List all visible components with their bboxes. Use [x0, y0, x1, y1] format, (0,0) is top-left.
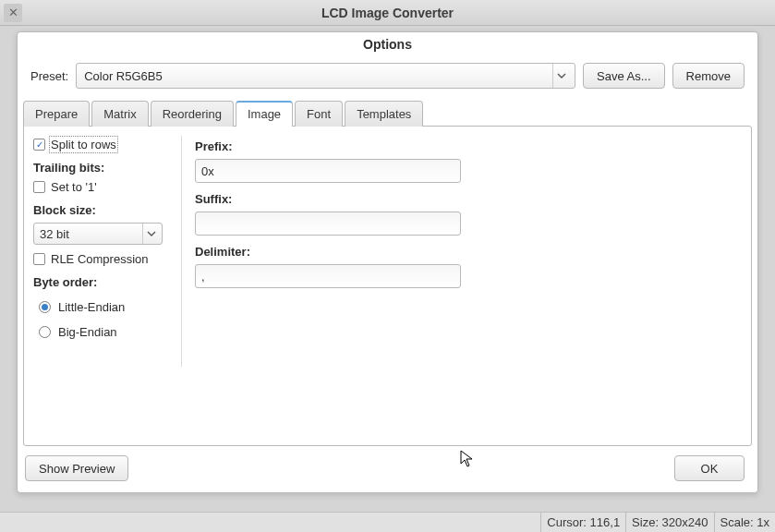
- tab-reordering[interactable]: Reordering: [151, 101, 234, 127]
- delimiter-value: ,: [201, 270, 205, 284]
- block-size-label: Block size:: [33, 200, 176, 221]
- status-size: Size: 320x240: [625, 513, 713, 532]
- preset-value: Color R5G6B5: [84, 69, 163, 83]
- split-to-rows-row: Split to rows: [33, 136, 176, 157]
- tabs: Prepare Matrix Reordering Image Font Tem…: [18, 101, 757, 127]
- chevron-down-icon: [552, 64, 569, 88]
- remove-button[interactable]: Remove: [672, 63, 745, 89]
- byte-order-label: Byte order:: [33, 272, 176, 293]
- preset-row: Preset: Color R5G6B5 Save As... Remove: [18, 59, 757, 100]
- set-to-1-checkbox[interactable]: [33, 181, 45, 193]
- dialog-footer: Show Preview OK: [18, 446, 757, 492]
- preset-label: Preset:: [30, 69, 68, 83]
- big-endian-label: Big-Endian: [58, 325, 117, 339]
- little-endian-radio[interactable]: [39, 301, 51, 313]
- split-to-rows-checkbox[interactable]: [33, 139, 45, 151]
- right-column: Prefix: 0x Suffix: Delimiter: ,: [186, 136, 463, 436]
- tab-pane-image: Split to rows Trailing bits: Set to '1' …: [23, 126, 752, 446]
- block-size-value: 32 bit: [40, 227, 69, 241]
- big-endian-radio[interactable]: [39, 326, 51, 338]
- set-to-1-label: Set to '1': [51, 180, 97, 194]
- ok-button[interactable]: OK: [674, 455, 745, 481]
- rle-row: RLE Compression: [33, 250, 176, 272]
- delimiter-input[interactable]: ,: [195, 264, 461, 288]
- big-endian-row: Big-Endian: [33, 318, 176, 343]
- status-scale: Scale: 1x: [714, 513, 775, 532]
- dialog-title: Options: [18, 32, 757, 59]
- tab-font[interactable]: Font: [295, 101, 343, 127]
- statusbar: Cursor: 116,1 Size: 320x240 Scale: 1x: [0, 512, 775, 532]
- block-size-select[interactable]: 32 bit: [33, 223, 163, 245]
- split-to-rows-label: Split to rows: [51, 138, 116, 151]
- suffix-label: Suffix:: [195, 188, 463, 210]
- tab-prepare[interactable]: Prepare: [23, 101, 90, 127]
- rle-checkbox[interactable]: [33, 253, 45, 265]
- prefix-input[interactable]: 0x: [195, 159, 461, 183]
- status-cursor: Cursor: 116,1: [540, 513, 625, 532]
- prefix-value: 0x: [201, 164, 214, 178]
- left-column: Split to rows Trailing bits: Set to '1' …: [33, 136, 181, 436]
- tab-templates[interactable]: Templates: [345, 101, 423, 127]
- preset-select[interactable]: Color R5G6B5: [76, 63, 575, 89]
- tab-matrix[interactable]: Matrix: [91, 101, 148, 127]
- prefix-label: Prefix:: [195, 136, 463, 157]
- chevron-down-icon: [142, 224, 159, 244]
- titlebar: ✕ LCD Image Converter: [0, 0, 775, 26]
- save-as-button[interactable]: Save As...: [583, 63, 665, 89]
- rle-label: RLE Compression: [51, 252, 149, 266]
- set-to-1-row: Set to '1': [33, 178, 176, 200]
- delimiter-label: Delimiter:: [195, 241, 463, 262]
- tab-image[interactable]: Image: [236, 101, 293, 127]
- little-endian-label: Little-Endian: [58, 300, 125, 314]
- show-preview-button[interactable]: Show Preview: [25, 455, 128, 481]
- window-title: LCD Image Converter: [0, 6, 775, 20]
- little-endian-row: Little-Endian: [33, 293, 176, 318]
- options-dialog: Options Preset: Color R5G6B5 Save As... …: [17, 31, 758, 493]
- suffix-input[interactable]: [195, 212, 461, 236]
- divider: [181, 136, 182, 367]
- trailing-bits-label: Trailing bits:: [33, 157, 176, 178]
